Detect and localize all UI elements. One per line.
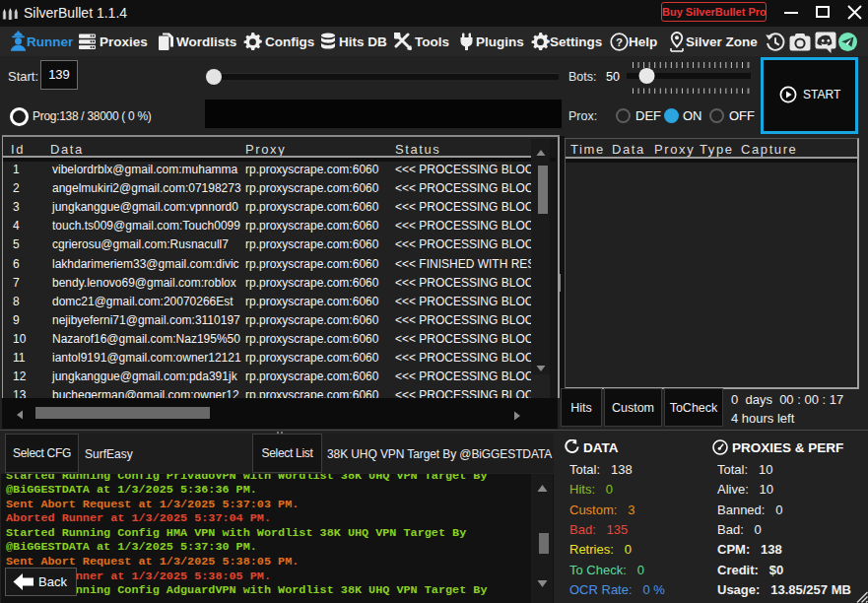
svg-text:?: ? [616,36,623,48]
